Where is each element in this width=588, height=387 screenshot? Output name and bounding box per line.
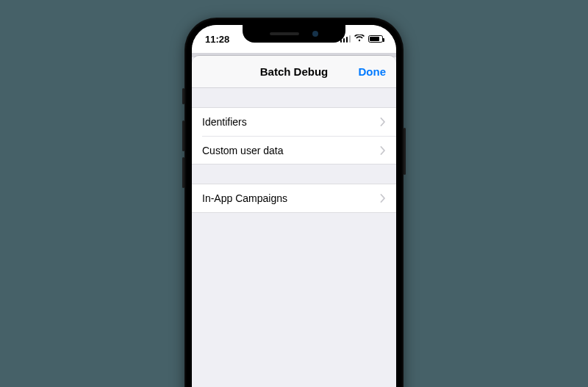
power-button: [404, 128, 406, 175]
row-label: Identifiers: [202, 116, 247, 128]
notch: [243, 25, 345, 43]
silent-switch: [182, 88, 184, 104]
row-identifiers[interactable]: Identifiers: [192, 108, 396, 136]
list-group-1: Identifiers Custom user data: [192, 107, 396, 164]
done-button[interactable]: Done: [359, 56, 387, 87]
list-group-2: In-App Campaigns: [192, 184, 396, 213]
volume-down-button: [182, 157, 184, 188]
phone-frame: 11:28 Batch Debug Done Identifiers: [184, 18, 404, 387]
row-label: Custom user data: [202, 145, 284, 156]
status-indicators: [340, 35, 384, 43]
chevron-right-icon: [380, 146, 386, 155]
screen: 11:28 Batch Debug Done Identifiers: [192, 25, 396, 387]
front-camera: [312, 31, 318, 37]
volume-up-button: [182, 120, 184, 151]
nav-bar: Batch Debug Done: [192, 56, 396, 88]
row-in-app-campaigns[interactable]: In-App Campaigns: [192, 184, 396, 212]
modal-sheet: Batch Debug Done Identifiers Custom user…: [192, 56, 396, 387]
wifi-icon: [354, 35, 365, 43]
battery-icon: [368, 35, 383, 43]
row-label: In-App Campaigns: [202, 192, 287, 204]
status-time: 11:28: [205, 34, 229, 45]
page-title: Batch Debug: [260, 65, 329, 78]
row-custom-user-data[interactable]: Custom user data: [202, 136, 396, 164]
chevron-right-icon: [380, 194, 386, 203]
chevron-right-icon: [380, 117, 386, 126]
speaker-grille: [270, 32, 299, 35]
